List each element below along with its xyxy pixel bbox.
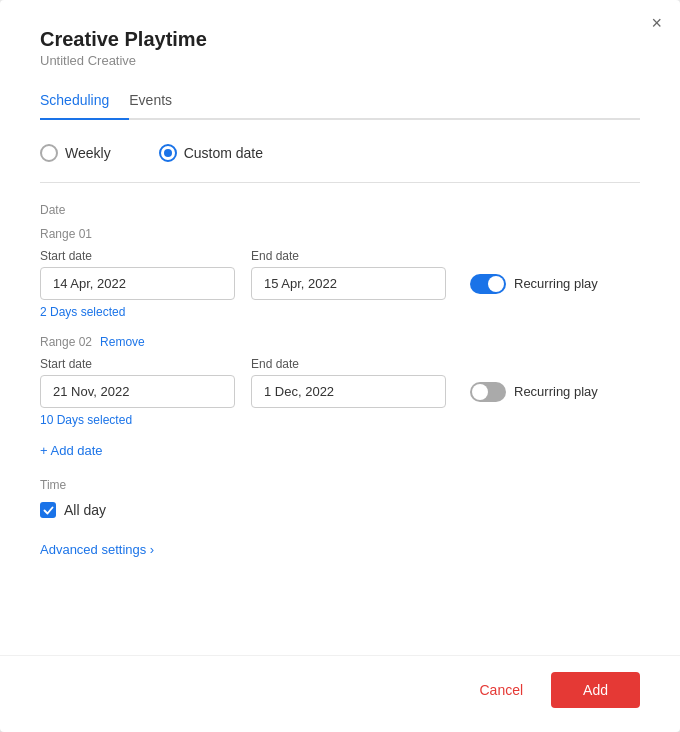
range-02-header: Range 02 Remove — [40, 335, 640, 349]
time-section: Time All day — [40, 478, 640, 518]
radio-weekly-circle — [40, 144, 58, 162]
range-01-id: Range 01 — [40, 227, 92, 241]
range-01-header: Range 01 — [40, 227, 640, 241]
range-02-remove-button[interactable]: Remove — [100, 335, 145, 349]
range-01-start-input[interactable] — [40, 267, 235, 300]
radio-custom-circle — [159, 144, 177, 162]
allday-label: All day — [64, 502, 106, 518]
range-02-start-label: Start date — [40, 357, 235, 371]
add-date-button[interactable]: + Add date — [40, 443, 103, 458]
modal-header: Creative Playtime Untitled Creative Sche… — [0, 0, 680, 120]
range-02-recurring-label: Recurring play — [514, 384, 598, 399]
modal-footer: Cancel Add — [0, 655, 680, 732]
range-01-end-input[interactable] — [251, 267, 446, 300]
range-01-end-label: End date — [251, 249, 446, 263]
range-02-recurring-toggle[interactable]: Recurring play — [470, 382, 598, 402]
range-01-end-group: End date — [251, 249, 446, 300]
tab-scheduling[interactable]: Scheduling — [40, 84, 129, 120]
radio-custom-label: Custom date — [184, 145, 263, 161]
tabs: Scheduling Events — [40, 84, 640, 120]
radio-group: Weekly Custom date — [40, 144, 640, 162]
range-02-start-group: Start date — [40, 357, 235, 408]
tab-events[interactable]: Events — [129, 84, 192, 120]
time-section-label: Time — [40, 478, 640, 492]
radio-custom-date[interactable]: Custom date — [159, 144, 263, 162]
range-02-toggle-thumb — [472, 384, 488, 400]
range-02-end-input[interactable] — [251, 375, 446, 408]
range-01-section: Range 01 Start date End date Recurring p… — [40, 227, 640, 319]
modal-title: Creative Playtime — [40, 28, 640, 51]
add-button[interactable]: Add — [551, 672, 640, 708]
range-02-end-label: End date — [251, 357, 446, 371]
range-01-date-row: Start date End date Recurring play — [40, 249, 640, 300]
modal: × Creative Playtime Untitled Creative Sc… — [0, 0, 680, 732]
range-02-id: Range 02 — [40, 335, 92, 349]
range-01-toggle-thumb — [488, 276, 504, 292]
range-01-days-selected: 2 Days selected — [40, 305, 640, 319]
radio-weekly[interactable]: Weekly — [40, 144, 111, 162]
modal-subtitle: Untitled Creative — [40, 53, 640, 68]
range-01-start-group: Start date — [40, 249, 235, 300]
range-02-days-selected: 10 Days selected — [40, 413, 640, 427]
range-02-toggle-track[interactable] — [470, 382, 506, 402]
advanced-settings-button[interactable]: Advanced settings › — [40, 542, 154, 557]
close-button[interactable]: × — [651, 14, 662, 32]
cancel-button[interactable]: Cancel — [463, 674, 539, 706]
modal-body: Weekly Custom date Date Range 01 Start d… — [0, 120, 680, 655]
range-02-start-input[interactable] — [40, 375, 235, 408]
range-01-recurring-label: Recurring play — [514, 276, 598, 291]
allday-row: All day — [40, 502, 640, 518]
range-01-recurring-toggle[interactable]: Recurring play — [470, 274, 598, 294]
range-02-date-row: Start date End date Recurring play — [40, 357, 640, 408]
radio-weekly-label: Weekly — [65, 145, 111, 161]
date-section-label: Date — [40, 203, 640, 217]
range-02-end-group: End date — [251, 357, 446, 408]
range-02-section: Range 02 Remove Start date End date Recu… — [40, 335, 640, 427]
allday-checkbox[interactable] — [40, 502, 56, 518]
divider — [40, 182, 640, 183]
range-01-start-label: Start date — [40, 249, 235, 263]
range-01-toggle-track[interactable] — [470, 274, 506, 294]
